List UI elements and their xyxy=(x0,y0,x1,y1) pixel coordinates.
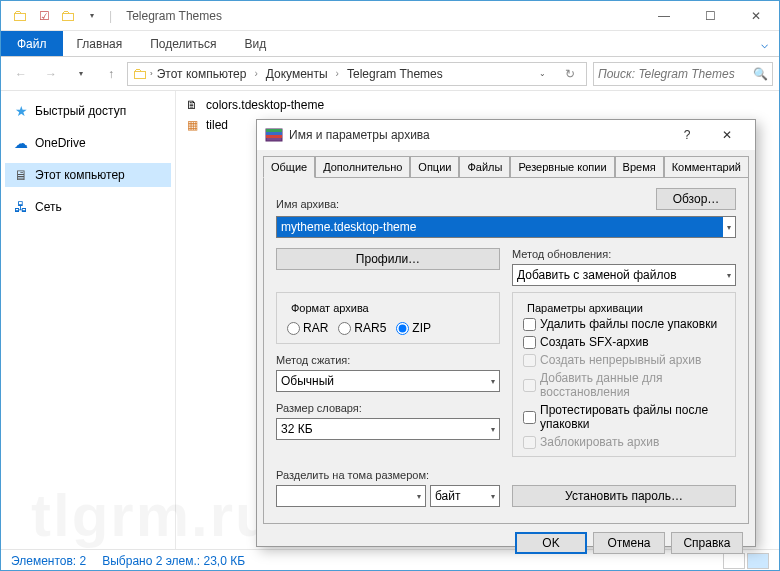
refresh-button[interactable]: ↻ xyxy=(556,60,584,88)
file-item[interactable]: 🗎 colors.tdesktop-theme xyxy=(180,95,775,115)
close-button[interactable]: ✕ xyxy=(733,1,779,31)
sidebar-item-onedrive[interactable]: ☁ OneDrive xyxy=(5,131,171,155)
radio-rar5[interactable]: RAR5 xyxy=(338,321,386,335)
ok-button[interactable]: OK xyxy=(515,532,587,554)
sidebar-item-network[interactable]: 🖧 Сеть xyxy=(5,195,171,219)
compression-select[interactable]: Обычный▾ xyxy=(276,370,500,392)
breadcrumb-docs[interactable]: Документы xyxy=(262,67,332,81)
dialog-close-button[interactable]: ✕ xyxy=(707,120,747,150)
ribbon: Файл Главная Поделиться Вид ⌵ xyxy=(1,31,779,57)
compression-value: Обычный xyxy=(281,374,334,388)
browse-button[interactable]: Обзор… xyxy=(656,188,736,210)
forward-button[interactable]: → xyxy=(37,60,65,88)
sidebar: ★ Быстрый доступ ☁ OneDrive 🖥 Этот компь… xyxy=(1,91,176,549)
minimize-button[interactable]: — xyxy=(641,1,687,31)
split-size-input[interactable]: ▾ xyxy=(276,485,426,507)
dialog-title: Имя и параметры архива xyxy=(289,128,667,142)
compression-label: Метод сжатия: xyxy=(276,354,500,366)
tab-time[interactable]: Время xyxy=(615,156,664,177)
archive-params-label: Параметры архивации xyxy=(523,302,647,314)
sidebar-item-quick[interactable]: ★ Быстрый доступ xyxy=(5,99,171,123)
check-recovery: Добавить данные для восстановления xyxy=(523,369,725,401)
sidebar-item-label: Этот компьютер xyxy=(35,168,125,182)
window-title: Telegram Themes xyxy=(126,9,222,23)
maximize-button[interactable]: ☐ xyxy=(687,1,733,31)
cancel-button[interactable]: Отмена xyxy=(593,532,665,554)
back-button[interactable]: ← xyxy=(7,60,35,88)
check-delete-after[interactable]: Удалить файлы после упаковки xyxy=(523,315,725,333)
search-box[interactable]: 🔍 xyxy=(593,62,773,86)
file-name: tiled xyxy=(206,118,228,132)
quick-access-toolbar: 🗀 ☑ 🗀 ▾ | xyxy=(9,5,116,27)
network-icon: 🖧 xyxy=(13,199,29,215)
check-solid: Создать непрерывный архив xyxy=(523,351,725,369)
dictionary-select[interactable]: 32 КБ▾ xyxy=(276,418,500,440)
profiles-button[interactable]: Профили… xyxy=(276,248,500,270)
check-test[interactable]: Протестировать файлы после упаковки xyxy=(523,401,725,433)
checkmark-icon[interactable]: ☑ xyxy=(33,5,55,27)
dialog-help-button[interactable]: ? xyxy=(667,120,707,150)
tab-file[interactable]: Файл xyxy=(1,31,63,56)
split-unit-value: байт xyxy=(435,489,460,503)
cloud-icon: ☁ xyxy=(13,135,29,151)
window-controls: — ☐ ✕ xyxy=(641,1,779,31)
folder-icon: 🗀 xyxy=(130,64,150,84)
folder-icon-2: 🗀 xyxy=(57,5,79,27)
update-method-label: Метод обновления: xyxy=(512,248,736,260)
qat-dropdown-icon[interactable]: ▾ xyxy=(81,5,103,27)
dictionary-value: 32 КБ xyxy=(281,422,313,436)
breadcrumb-folder[interactable]: Telegram Themes xyxy=(343,67,447,81)
update-method-value: Добавить с заменой файлов xyxy=(517,268,677,282)
up-button[interactable]: ↑ xyxy=(97,60,125,88)
check-sfx[interactable]: Создать SFX-архив xyxy=(523,333,725,351)
archive-name-value: mytheme.tdesktop-theme xyxy=(277,217,723,237)
ribbon-expand-icon[interactable]: ⌵ xyxy=(749,31,779,56)
sidebar-item-label: Сеть xyxy=(35,200,62,214)
sidebar-item-label: Быстрый доступ xyxy=(35,104,126,118)
check-lock: Заблокировать архив xyxy=(523,433,725,451)
search-input[interactable] xyxy=(598,67,753,81)
address-bar[interactable]: 🗀 › Этот компьютер› Документы› Telegram … xyxy=(127,62,587,86)
sidebar-item-pc[interactable]: 🖥 Этот компьютер xyxy=(5,163,171,187)
tab-options[interactable]: Опции xyxy=(410,156,459,177)
dialog-body: Имя архива: Обзор… mytheme.tdesktop-them… xyxy=(263,177,749,524)
archive-name-input[interactable]: mytheme.tdesktop-theme ▾ xyxy=(276,216,736,238)
history-dropdown[interactable]: ▾ xyxy=(67,60,95,88)
search-icon[interactable]: 🔍 xyxy=(753,67,768,81)
status-item-count: Элементов: 2 xyxy=(11,554,86,568)
archive-format-label: Формат архива xyxy=(287,302,373,314)
dialog-footer: OK Отмена Справка xyxy=(257,524,755,562)
archive-format-group: Формат архива RAR RAR5 ZIP xyxy=(276,292,500,344)
radio-zip[interactable]: ZIP xyxy=(396,321,431,335)
navigation-bar: ← → ▾ ↑ 🗀 › Этот компьютер› Документы› T… xyxy=(1,57,779,91)
explorer-titlebar: 🗀 ☑ 🗀 ▾ | Telegram Themes — ☐ ✕ xyxy=(1,1,779,31)
svg-rect-3 xyxy=(266,135,282,138)
tab-share[interactable]: Поделиться xyxy=(136,31,230,56)
tab-advanced[interactable]: Дополнительно xyxy=(315,156,410,177)
help-button[interactable]: Справка xyxy=(671,532,743,554)
archive-dialog: Имя и параметры архива ? ✕ Общие Дополни… xyxy=(256,119,756,547)
dictionary-label: Размер словаря: xyxy=(276,402,500,414)
status-selection: Выбрано 2 элем.: 23,0 КБ xyxy=(102,554,245,568)
tab-view[interactable]: Вид xyxy=(230,31,280,56)
archive-name-label: Имя архива: xyxy=(276,198,644,210)
update-method-select[interactable]: Добавить с заменой файлов▾ xyxy=(512,264,736,286)
breadcrumb: Этот компьютер› Документы› Telegram Them… xyxy=(153,67,528,81)
tab-backup[interactable]: Резервные копии xyxy=(510,156,614,177)
breadcrumb-pc[interactable]: Этот компьютер xyxy=(153,67,251,81)
star-icon: ★ xyxy=(13,103,29,119)
tab-home[interactable]: Главная xyxy=(63,31,137,56)
archive-params-group: Параметры архивации Удалить файлы после … xyxy=(512,292,736,457)
file-name: colors.tdesktop-theme xyxy=(206,98,324,112)
split-unit-select[interactable]: байт▾ xyxy=(430,485,500,507)
dialog-titlebar: Имя и параметры архива ? ✕ xyxy=(257,120,755,150)
radio-rar[interactable]: RAR xyxy=(287,321,328,335)
tab-general[interactable]: Общие xyxy=(263,156,315,178)
set-password-button[interactable]: Установить пароль… xyxy=(512,485,736,507)
sidebar-item-label: OneDrive xyxy=(35,136,86,150)
tab-files[interactable]: Файлы xyxy=(459,156,510,177)
split-label: Разделить на тома размером: xyxy=(276,469,500,481)
tab-comment[interactable]: Комментарий xyxy=(664,156,749,177)
computer-icon: 🖥 xyxy=(13,167,29,183)
breadcrumb-dropdown-icon[interactable]: ⌄ xyxy=(528,60,556,88)
